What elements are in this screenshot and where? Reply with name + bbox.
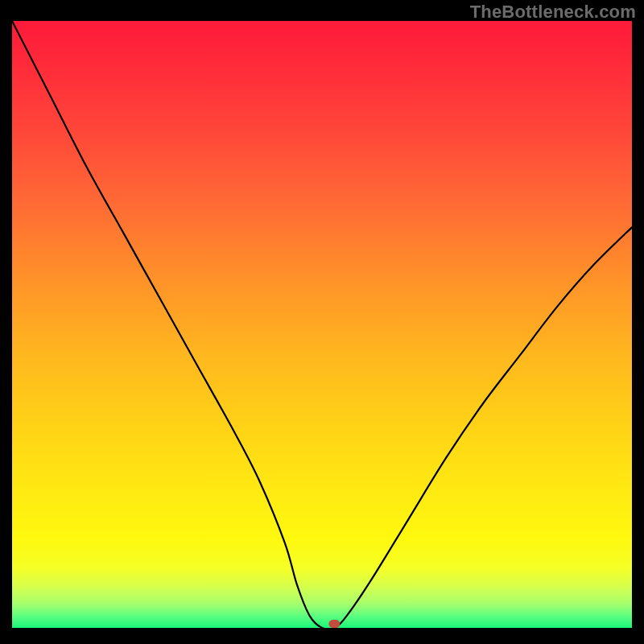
chart-frame: TheBottleneck.com — [0, 0, 644, 644]
watermark-text: TheBottleneck.com — [470, 2, 636, 23]
bottleneck-curve — [12, 21, 632, 630]
optimum-marker — [328, 620, 340, 628]
curve-svg — [12, 21, 632, 628]
plot-area — [12, 21, 632, 628]
